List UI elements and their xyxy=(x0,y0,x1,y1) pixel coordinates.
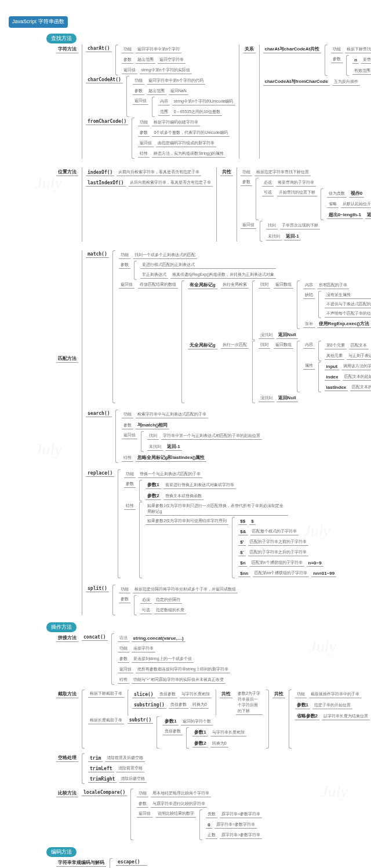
v: $ xyxy=(249,518,255,525)
k: 功能 xyxy=(295,691,307,698)
k: 没找到 xyxy=(259,395,274,402)
fromcharcode-node: fromCharCode() xyxy=(86,118,128,125)
k: 内容 xyxy=(303,282,315,289)
v: 原字符串<参数字符串 xyxy=(220,811,262,818)
k: 第0个元素 xyxy=(325,342,347,349)
k: 找到 xyxy=(259,341,270,349)
k: 功能 xyxy=(137,790,148,797)
v: 功能与"+"相同原始字符串的实际值并未被真正改变 xyxy=(132,676,225,684)
match-label: 匹配方法 xyxy=(56,355,78,363)
k: 特性 xyxy=(118,676,129,684)
concat-label: 拼接方法 xyxy=(56,634,78,642)
k: 值为负数 xyxy=(327,190,347,198)
v: 返回的字符个数 xyxy=(181,718,213,725)
k: 功能 xyxy=(122,411,133,418)
trim-node: trim xyxy=(88,755,103,762)
trimleft-node: trimLeft xyxy=(88,765,114,772)
v: 匹配文本 xyxy=(349,342,369,349)
cut-group: 截取方法 根据下标截取子串 slice()负值参数与字符长度相加 substri… xyxy=(55,690,371,749)
v: 要进行模式匹配的正则表达式 xyxy=(140,261,277,269)
k: 省略 xyxy=(327,200,339,208)
k: 功能 xyxy=(138,119,150,126)
v: 视作0 xyxy=(349,189,364,198)
k: 未找到 xyxy=(266,233,282,240)
k: 返回值 xyxy=(133,97,148,105)
k: 找到 xyxy=(259,281,270,289)
v: string中第n个字符的Unicode编码 xyxy=(172,98,235,105)
k: 没找到 xyxy=(259,331,274,339)
v: 静态方法，实为构造函数String()的属性 xyxy=(152,150,225,158)
v: 字符串中第一个与正则表达式相匹配的子串的起始位置 xyxy=(161,432,262,440)
v: nn=01~99 xyxy=(311,570,336,577)
k: 未找到 xyxy=(147,443,163,451)
section-op: 操作方法 拼接方法 concat() 语法string.concat(varue… xyxy=(46,621,371,840)
k: 必须 xyxy=(140,596,152,604)
k: $' xyxy=(238,539,245,546)
k: 返回值 xyxy=(118,666,133,673)
search-node: search() xyxy=(86,410,112,417)
k: 参数2 xyxy=(192,739,208,747)
k: 返回值 xyxy=(119,281,134,289)
v: 匹配文本的末尾字符在字符串中的位置 xyxy=(350,384,371,391)
k: $& xyxy=(238,528,248,535)
v: 没有派生属性 xyxy=(325,291,371,299)
k: 特性 xyxy=(138,150,150,158)
k: n xyxy=(352,57,359,64)
v: 匹配第n个捕获组的子字符串 xyxy=(250,559,304,567)
v: 根据下标查找指定字符 xyxy=(345,46,371,53)
k: 参数 xyxy=(331,56,343,63)
k: 功能 xyxy=(119,586,130,593)
pos-common-label: 共性 xyxy=(220,168,233,176)
k: $nn xyxy=(238,570,250,577)
match-node: match() xyxy=(86,251,109,258)
k: 必选 xyxy=(262,179,274,187)
v: 从前向后检索字符串，看其是否含有指定子串 xyxy=(117,169,201,176)
substr-node: substr() xyxy=(128,717,154,724)
v: 与字符长度相加 xyxy=(180,691,212,698)
v: 返回数组 xyxy=(274,281,293,289)
k: 内容 xyxy=(303,341,315,349)
k: 参数 xyxy=(118,655,129,663)
trim-group: 空格处理 trim清除前置及后缀空格 trimLeft清除前置空格 trimRi… xyxy=(55,753,371,784)
v: 返回字符串中第n个字符 xyxy=(136,46,182,53)
v: 执行一次匹配 xyxy=(221,341,249,349)
encode-g1: 字符串常规编码与解码 xyxy=(56,859,106,867)
v: 返回空字符串 xyxy=(158,56,186,64)
k: 参数1 xyxy=(295,701,310,709)
char-methods-group: 字符方法 charAt() 功能返回字符串中第n个字符 参数超出范围返回空字符串… xyxy=(55,45,371,159)
v: 存放匹配结果的数组 xyxy=(138,281,178,289)
v: 与正则子表达式匹配的文本 xyxy=(347,352,371,360)
k: 返回值 xyxy=(137,810,152,818)
v: 超出范围 xyxy=(136,56,155,64)
k: 返回值 xyxy=(138,140,154,147)
substring-node: substring() xyxy=(132,702,166,709)
mindmap-container: 查找方法 字符方法 charAt() 功能返回字符串中第n个字符 参数超出范围返… xyxy=(0,0,371,868)
v: 清除前置空格 xyxy=(117,765,144,772)
v: 替换文本或替换函数 xyxy=(163,493,203,500)
charat-node: charAt() xyxy=(86,45,112,52)
k: $` xyxy=(238,549,246,556)
v: 如果参数2仅为字符串则可使用特殊字符序列 xyxy=(146,517,228,525)
v: 需要进行替换正则表达式对象或字符串 xyxy=(163,482,236,489)
k: 其他元素 xyxy=(325,352,344,360)
bypos-label: 根据下标截取子串 xyxy=(88,690,124,698)
k: 负数 xyxy=(206,811,217,818)
v: 连接字符串 xyxy=(132,645,155,652)
k: 参数 xyxy=(122,422,133,429)
k: 功能 xyxy=(331,46,343,53)
v: 指定的分隔符 xyxy=(154,596,182,604)
k: 可选 xyxy=(262,189,274,196)
k: 功能 xyxy=(124,471,136,478)
localecompare-node: localeCompare() xyxy=(82,789,127,796)
cut-common: 共性 xyxy=(272,690,285,698)
k: 正数 xyxy=(206,831,217,839)
v: 与match()相同 xyxy=(136,421,170,429)
rel-charcodeat-fromcharcode: charCodeAt与fromCharCode xyxy=(263,78,330,86)
v: 不声明每个匹配子串的位置 xyxy=(325,310,371,318)
k: 返回值 xyxy=(122,432,137,439)
v: 返回-1 xyxy=(284,232,301,240)
k: input xyxy=(325,363,340,370)
v: 用本地特定顺序比较两个字符串 xyxy=(151,790,211,797)
escape-node: escape() xyxy=(116,859,147,866)
indexof-node: indexOf() xyxy=(86,169,114,176)
